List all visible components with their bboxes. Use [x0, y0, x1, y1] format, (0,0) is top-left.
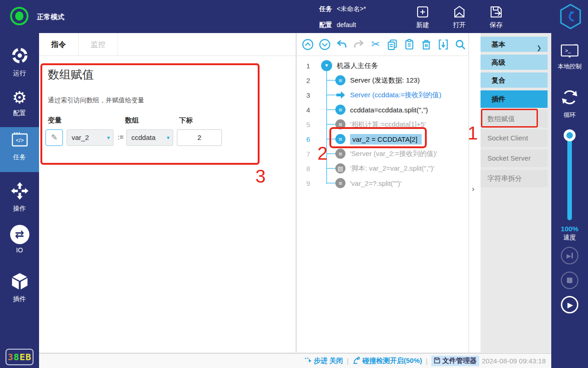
collapse-node-icon[interactable]: ▼ [321, 60, 332, 71]
index-input[interactable]: 2 [177, 129, 222, 146]
tree-row-selected[interactable]: 6 ≡ var_2 = CCDDATA[2] [297, 132, 469, 146]
array-select[interactable]: ccddata▾ [126, 129, 173, 146]
scissors-icon: ✂ [371, 38, 380, 50]
paste-button[interactable] [401, 37, 418, 52]
left-sidebar: 运行 ⚙ 配置 </> 任务 操作 ⇄ IO 插件 38EB [0, 33, 39, 368]
category-composite[interactable]: 复合❯ [481, 72, 548, 88]
search-button[interactable] [452, 37, 469, 52]
tree-row-text: Server (发送数据: 123) [350, 76, 420, 85]
line-number: 2 [297, 77, 310, 84]
tree-row[interactable]: 8 ▤ '脚本: var_2=var_2.split(",")' [297, 161, 469, 176]
plugin-item-socket-client[interactable]: Socket Client [481, 129, 548, 147]
cube-icon [10, 284, 29, 292]
pencil-icon: ✎ [51, 133, 57, 142]
speed-slider-track[interactable] [567, 133, 572, 220]
copy-button[interactable] [384, 37, 401, 52]
tab-monitor[interactable]: 监控 [79, 33, 118, 56]
calc-icon: ≡ [335, 119, 345, 129]
sidebar-item-config[interactable]: ⚙ 配置 [0, 85, 39, 117]
statement-icon: ≡ [335, 178, 345, 188]
loop-button[interactable]: 循环 [551, 87, 588, 119]
move-down-button[interactable] [317, 37, 334, 52]
speed-slider-knob[interactable] [564, 129, 576, 141]
tree-row[interactable]: 3 Server (ccddata:=接收到的值) [297, 88, 469, 102]
category-plugin[interactable]: 插件⌄ [481, 90, 548, 108]
code-window-icon: </> [10, 143, 29, 151]
svg-text:</>: </> [16, 137, 23, 144]
insert-button[interactable] [435, 37, 452, 52]
tree-row[interactable]: 1 ▼ 机器人主任务 [297, 58, 469, 73]
step-forward-button[interactable]: ▶ [561, 247, 578, 264]
array-value: ccddata [131, 134, 156, 141]
sidebar-item-run[interactable]: 运行 [0, 42, 39, 78]
hex-status-badge: 38EB [6, 349, 34, 365]
tab-command[interactable]: 指令 [39, 33, 79, 56]
tree-row[interactable]: 9 ≡ 'var_2=?.split("")' [297, 176, 469, 190]
tree-row-text: ccddata=ccddata.split(",") [350, 106, 428, 114]
new-task-button[interactable]: 新建 [408, 5, 437, 29]
expand-panel-chevron[interactable]: › [472, 184, 475, 194]
category-basic[interactable]: 基本❯ [481, 37, 548, 52]
sidebar-io-label: IO [0, 246, 39, 254]
move-up-button[interactable] [300, 37, 317, 52]
sidebar-item-plugin[interactable]: 插件 [0, 268, 39, 303]
cut-button[interactable]: ✂ [367, 37, 384, 52]
step-mode-icon [304, 357, 312, 365]
sidebar-item-io[interactable]: ⇄ IO [0, 221, 39, 254]
play-button[interactable]: ▶ [561, 296, 578, 313]
instruction-panel: 指令 监控 数组赋值 通过索引访问数组，并赋值给变量 变量 数组 下标 ✎ va… [39, 33, 295, 352]
category-advanced[interactable]: 高级❯ [481, 55, 548, 70]
top-bar: 正常模式 任务<未命名>* 配置default 新建 打开 保存 [0, 0, 588, 33]
sidebar-item-task[interactable]: </> 任务 [0, 127, 39, 172]
step-mode-text: 步进 关闭 [314, 357, 343, 365]
tree-body: 1 ▼ 机器人主任务 2 ≡ Server (发送数据: 123) 3 Serv… [297, 56, 469, 352]
plugin-item-array-assign[interactable]: 数组赋值 [481, 110, 548, 128]
variable-value: var_2 [72, 134, 89, 141]
floppy-icon [434, 357, 441, 365]
execute-arrow-icon [335, 90, 345, 100]
variable-label: 变量 [48, 116, 62, 125]
delete-button[interactable] [418, 37, 435, 52]
sidebar-item-operate[interactable]: 操作 [0, 178, 39, 213]
step-mode-toggle[interactable]: 步进 关闭 [304, 357, 343, 365]
assign-symbol: := [118, 133, 124, 141]
tree-row[interactable]: 7 ≡ 'Server (var_2:=接收到的值)' [297, 146, 469, 161]
robot-teach-pendant-app: 正常模式 任务<未命名>* 配置default 新建 打开 保存 [0, 0, 588, 368]
mode-indicator-icon [10, 7, 28, 25]
chevron-right-icon: ❯ [537, 40, 542, 56]
statement-icon: ≡ [335, 105, 345, 115]
file-manager-button[interactable]: 文件管理器 [431, 356, 479, 366]
statement-icon: ≡ [335, 75, 345, 85]
step-forward-icon: ▶ [566, 252, 573, 259]
line-number: 1 [297, 62, 310, 70]
undo-button[interactable] [334, 37, 351, 52]
tree-row[interactable]: 4 ≡ ccddata=ccddata.split(",") [297, 102, 469, 117]
collision-detect-toggle[interactable]: 碰撞检测开启(50%) [352, 357, 422, 366]
edit-variable-button[interactable]: ✎ [45, 129, 63, 146]
tree-row-text: 机器人主任务 [337, 61, 378, 70]
right-control-column: >_ 本地控制 循环 100% 速度 ▶ ▶ [551, 33, 588, 368]
save-icon [481, 5, 511, 19]
tree-row[interactable]: 5 ≡ '相机计算:=ccddata[1]+5' [297, 117, 469, 132]
mode-label: 正常模式 [37, 13, 64, 22]
redo-button[interactable] [350, 37, 367, 52]
instruction-tabs: 指令 监控 [39, 33, 295, 56]
open-task-button[interactable]: 打开 [445, 5, 474, 29]
save-task-button[interactable]: 保存 [481, 5, 511, 29]
line-number: 5 [297, 121, 310, 128]
instruction-description: 通过索引访问数组，并赋值给变量 [48, 96, 144, 105]
config-line: 配置default [319, 21, 356, 29]
plugin-item-string-split[interactable]: 字符串拆分 [481, 170, 548, 187]
line-number: 7 [297, 150, 310, 158]
plugin-item-socket-server[interactable]: Socket Server [481, 150, 548, 167]
script-icon: ▤ [335, 163, 345, 173]
sidebar-operate-label: 操作 [0, 205, 39, 213]
divider: | [426, 357, 428, 365]
tree-row[interactable]: 2 ≡ Server (发送数据: 123) [297, 73, 469, 88]
variable-select[interactable]: var_2▾ [67, 129, 113, 146]
status-bar: 步进 关闭 | 碰撞检测开启(50%) | 文件管理器 2024-08-09 0… [39, 353, 551, 368]
index-label: 下标 [179, 116, 193, 125]
stop-button[interactable] [561, 272, 578, 289]
local-control-button[interactable]: >_ 本地控制 [551, 43, 588, 71]
terminal-icon: >_ [560, 52, 579, 60]
